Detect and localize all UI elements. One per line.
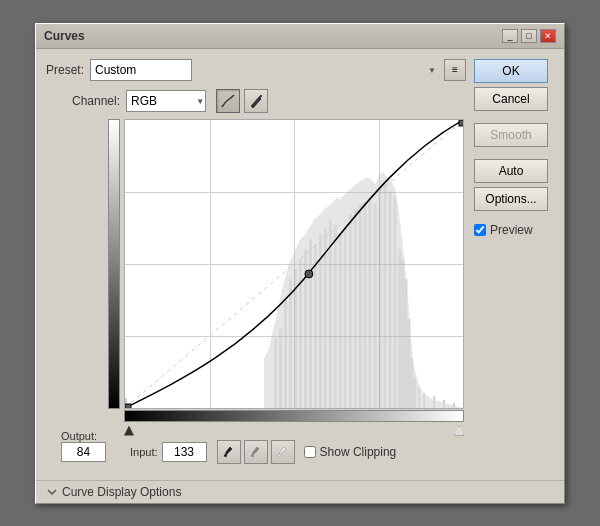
bottom-row: Curve Display Options	[36, 480, 564, 503]
input-input[interactable]	[162, 442, 207, 462]
curves-dialog: Curves _ □ ✕ Preset: CustomDefaultStrong…	[35, 23, 565, 504]
curve-main-col: Input:	[108, 119, 464, 464]
svg-rect-39	[459, 120, 463, 126]
spacer3	[474, 215, 554, 219]
v-grad-bar	[108, 119, 122, 409]
curve-icon	[221, 94, 235, 108]
svg-point-42	[251, 454, 254, 457]
curve-svg	[125, 120, 463, 408]
output-input[interactable]	[61, 442, 106, 462]
dialog-title: Curves	[44, 29, 85, 43]
curve-canvas[interactable]	[124, 119, 464, 409]
eyedroppers-section: Show Clipping	[217, 440, 397, 464]
slider-area	[124, 422, 464, 436]
channel-row: Channel: RGB Red Green Blue ▼	[46, 89, 466, 113]
gray-eyedropper-button[interactable]	[244, 440, 268, 464]
output-section: Output:	[61, 430, 106, 462]
output-text-label: Output:	[61, 430, 106, 442]
dialog-content: Preset: CustomDefaultStrong ContrastLine…	[36, 49, 564, 474]
black-eyedropper-icon	[223, 446, 235, 458]
preset-select[interactable]: CustomDefaultStrong ContrastLinear Contr…	[90, 59, 192, 81]
channel-select-wrapper: RGB Red Green Blue ▼	[126, 90, 206, 112]
chevron-icon	[46, 486, 58, 498]
curve-tool-button[interactable]	[216, 89, 240, 113]
svg-point-38	[305, 269, 313, 277]
preview-label: Preview	[490, 223, 533, 237]
horizontal-gradient-bar	[124, 410, 464, 422]
svg-line-37	[125, 120, 463, 408]
title-bar: Curves _ □ ✕	[36, 24, 564, 49]
options-button[interactable]: Options...	[474, 187, 548, 211]
preset-row: Preset: CustomDefaultStrong ContrastLine…	[46, 59, 466, 81]
curve-section: Output:	[46, 119, 466, 464]
spacer1	[474, 115, 554, 119]
preset-select-wrapper: CustomDefaultStrong ContrastLinear Contr…	[90, 59, 438, 81]
cancel-button[interactable]: Cancel	[474, 87, 548, 111]
ok-button[interactable]: OK	[474, 59, 548, 83]
curve-display-options-button[interactable]: Curve Display Options	[46, 485, 181, 499]
preview-checkbox[interactable]	[474, 224, 486, 236]
black-slider-thumb[interactable]	[124, 426, 134, 436]
auto-button[interactable]: Auto	[474, 159, 548, 183]
tools-row	[216, 89, 268, 113]
close-button[interactable]: ✕	[540, 29, 556, 43]
channel-select[interactable]: RGB Red Green Blue	[126, 90, 206, 112]
spacer2	[474, 151, 554, 155]
vertical-gradient-bar	[108, 119, 120, 409]
output-col: Output:	[46, 119, 106, 464]
svg-point-41	[224, 454, 227, 457]
preset-arrow-icon: ▼	[428, 65, 436, 74]
right-panel: OK Cancel Smooth Auto Options... Preview	[474, 59, 554, 464]
smooth-button[interactable]: Smooth	[474, 123, 548, 147]
svg-point-43	[278, 454, 281, 457]
show-clipping-checkbox[interactable]	[304, 446, 316, 458]
svg-rect-40	[125, 404, 131, 408]
left-panel: Preset: CustomDefaultStrong ContrastLine…	[46, 59, 466, 464]
preset-options-button[interactable]: ≡	[444, 59, 466, 81]
show-clipping-label: Show Clipping	[320, 445, 397, 459]
pencil-icon	[249, 94, 263, 108]
white-eyedropper-button[interactable]	[271, 440, 295, 464]
input-value-section: Input:	[130, 442, 207, 462]
curve-display-label: Curve Display Options	[62, 485, 181, 499]
black-eyedropper-button[interactable]	[217, 440, 241, 464]
pencil-tool-button[interactable]	[244, 89, 268, 113]
preset-label: Preset:	[46, 63, 84, 77]
title-bar-buttons: _ □ ✕	[502, 29, 556, 43]
gray-eyedropper-icon	[250, 446, 262, 458]
canvas-row	[108, 119, 464, 409]
white-slider-thumb[interactable]	[454, 426, 464, 436]
show-clipping-row: Show Clipping	[304, 445, 397, 459]
channel-label: Channel:	[72, 94, 120, 108]
input-text-label: Input:	[130, 446, 158, 458]
bottom-input-row: Input:	[130, 440, 464, 464]
preview-row: Preview	[474, 223, 554, 237]
h-grad-row	[124, 410, 464, 422]
white-eyedropper-icon	[277, 446, 289, 458]
minimize-button[interactable]: _	[502, 29, 518, 43]
maximize-button[interactable]: □	[521, 29, 537, 43]
